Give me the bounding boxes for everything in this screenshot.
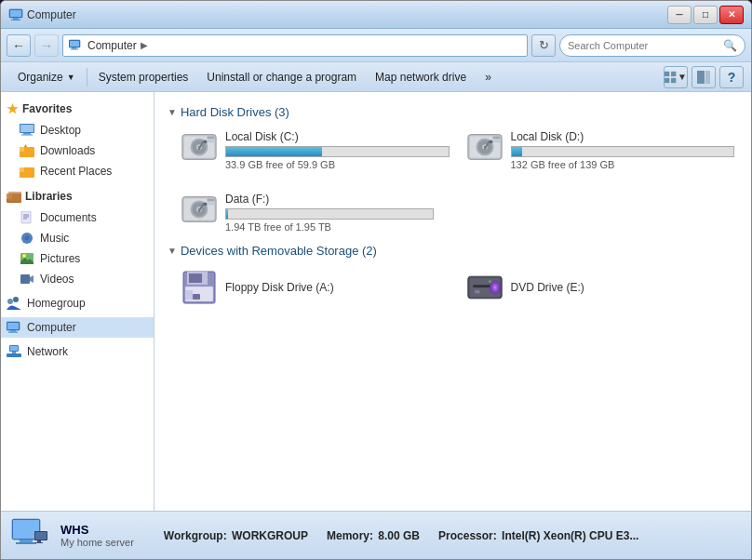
downloads-icon [20, 143, 34, 158]
change-view-button[interactable]: ▼ [664, 66, 688, 88]
window-icon [8, 7, 23, 22]
svg-rect-57 [208, 140, 215, 142]
help-button[interactable]: ? [719, 66, 744, 88]
drive-d-progress [512, 147, 523, 156]
floppy-drive[interactable]: Floppy Disk Drive (A:) [177, 265, 453, 310]
sidebar-item-music[interactable]: Music [1, 228, 154, 248]
network-icon [7, 344, 21, 359]
search-box[interactable]: 🔍 [559, 34, 745, 57]
svg-point-75 [204, 202, 208, 206]
svg-rect-95 [16, 542, 36, 544]
status-bar: WHS My home server Workgroup: WORKGROUP … [1, 511, 751, 559]
workgroup-value: WORKGROUP [232, 529, 308, 542]
content-area: ▼ Hard Disk Drives (3) [154, 92, 751, 511]
map-network-button[interactable]: Map network drive [366, 65, 476, 89]
floppy-icon [181, 269, 218, 306]
removable-grid: Floppy Disk Drive (A:) [168, 265, 738, 310]
pictures-label: Pictures [40, 252, 80, 265]
sidebar-item-recent[interactable]: Recent Places [1, 161, 154, 181]
back-button[interactable]: ← [7, 34, 31, 57]
svg-point-55 [204, 140, 208, 143]
svg-point-32 [26, 237, 28, 239]
recent-label: Recent Places [40, 165, 112, 178]
svg-rect-10 [665, 77, 669, 82]
memory-value: 8.00 GB [378, 529, 420, 542]
preview-pane-button[interactable] [692, 66, 716, 88]
svg-rect-77 [208, 202, 215, 205]
svg-rect-80 [189, 273, 202, 283]
svg-rect-36 [20, 274, 30, 284]
status-description: My home server [60, 537, 134, 548]
minimize-button[interactable]: ─ [667, 6, 692, 24]
svg-rect-1 [10, 10, 21, 17]
desktop-label: Desktop [40, 124, 81, 137]
address-bar: ← → Computer ▶ ↻ 🔍 [1, 29, 751, 62]
sidebar-item-downloads[interactable]: Downloads [1, 140, 154, 161]
more-button[interactable]: » [476, 65, 501, 89]
svg-rect-19 [20, 147, 24, 152]
search-icon[interactable]: 🔍 [723, 39, 737, 52]
svg-rect-97 [35, 532, 47, 540]
drives-grid: Local Disk (C:) 33.9 GB free of 59.9 GB [168, 127, 738, 174]
downloads-label: Downloads [40, 144, 95, 157]
drive-f-name: Data (F:) [225, 193, 434, 206]
organize-button[interactable]: Organize ▼ [8, 65, 85, 89]
toolbar-separator-1 [87, 68, 87, 87]
svg-rect-90 [475, 290, 479, 294]
svg-rect-99 [35, 542, 43, 543]
svg-rect-6 [72, 47, 76, 49]
drive-c[interactable]: Local Disk (C:) 33.9 GB free of 59.9 GB [177, 127, 453, 174]
refresh-button[interactable]: ↻ [531, 34, 556, 57]
svg-rect-41 [7, 323, 19, 329]
drive-f-progress-container [225, 208, 434, 220]
preview-icon [697, 71, 710, 84]
svg-rect-83 [185, 290, 193, 300]
view-icon [665, 71, 678, 84]
title-bar: Computer ─ □ ✕ [1, 1, 751, 29]
videos-label: Videos [40, 273, 74, 286]
homegroup-icon [7, 296, 21, 311]
desktop-icon [20, 123, 34, 138]
dvd-drive[interactable]: DVD Drive (E:) [463, 265, 739, 310]
sidebar-item-desktop[interactable]: Desktop [1, 120, 154, 140]
svg-rect-16 [23, 133, 31, 135]
sidebar-item-homegroup[interactable]: Homegroup [1, 293, 154, 313]
window-title: Computer [27, 8, 76, 21]
hard-disk-section-header[interactable]: ▼ Hard Disk Drives (3) [168, 105, 738, 119]
svg-marker-20 [24, 144, 27, 147]
svg-rect-8 [665, 71, 669, 75]
drive-d-icon [466, 130, 504, 164]
removable-section-header[interactable]: ▼ Devices with Removable Storage (2) [168, 244, 738, 258]
drive-f-progress [226, 209, 228, 219]
drive-f-info: Data (F:) 1.94 TB free of 1.95 TB [225, 193, 434, 233]
drive-f[interactable]: Data (F:) 1.94 TB free of 1.95 TB [177, 189, 437, 236]
search-input[interactable] [568, 40, 719, 51]
computer-nav-label: Computer [27, 321, 76, 334]
svg-rect-17 [21, 135, 33, 136]
view-dropdown-arrow: ▼ [678, 72, 687, 82]
drive-d[interactable]: Local Disk (D:) 132 GB free of 139 GB [463, 127, 739, 174]
drive-f-icon [181, 193, 218, 226]
sidebar-item-videos[interactable]: Videos [1, 269, 154, 289]
close-button[interactable]: ✕ [719, 6, 744, 24]
forward-button[interactable]: → [34, 34, 59, 57]
uninstall-button[interactable]: Uninstall or change a program [197, 65, 366, 89]
system-properties-button[interactable]: System properties [89, 65, 198, 89]
sidebar-item-network[interactable]: Network [1, 341, 154, 362]
dvd-name: DVD Drive (E:) [511, 281, 584, 294]
favorites-header[interactable]: ★ Favorites [1, 98, 154, 120]
address-path[interactable]: Computer ▶ [62, 34, 528, 57]
sidebar-item-documents[interactable]: Documents [1, 207, 154, 228]
status-computer-icon [10, 518, 49, 553]
pictures-icon [20, 251, 34, 266]
memory-label: Memory: [327, 529, 373, 542]
svg-rect-12 [697, 71, 705, 84]
sidebar-item-pictures[interactable]: Pictures [1, 248, 154, 269]
music-icon [20, 231, 34, 246]
svg-rect-9 [671, 71, 676, 75]
favorites-section: ★ Favorites Desktop [1, 98, 154, 181]
videos-icon [20, 272, 34, 287]
maximize-button[interactable]: □ [693, 6, 718, 24]
libraries-header[interactable]: Libraries [1, 185, 154, 207]
sidebar-item-computer[interactable]: Computer [1, 317, 154, 338]
